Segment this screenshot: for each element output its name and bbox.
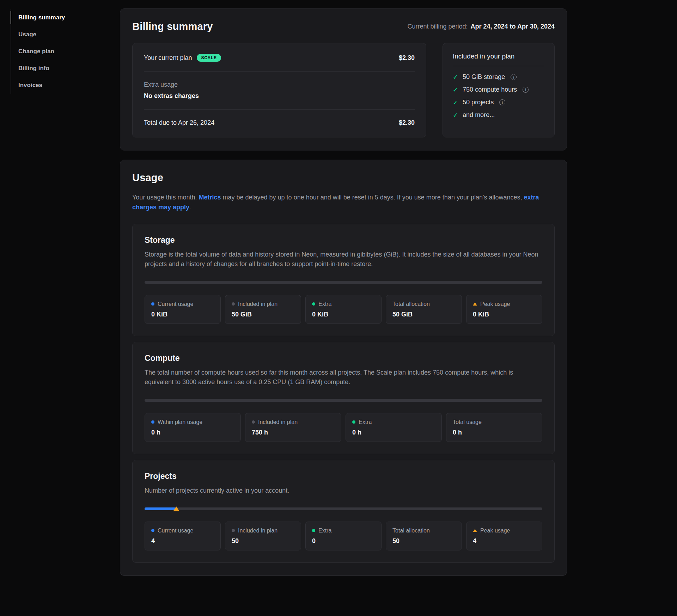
sidebar-item-billing-summary[interactable]: Billing summary xyxy=(11,9,120,26)
billing-summary-card: Billing summary Current billing period:A… xyxy=(120,8,567,150)
usage-intro-text: Your usage this month. xyxy=(132,194,199,201)
stat-tile-included-in-plan: Included in plan 50 xyxy=(225,522,301,550)
stat-tile-peak-usage: Peak usage 0 KiB xyxy=(466,295,542,324)
sidebar-item-change-plan[interactable]: Change plan xyxy=(11,43,120,60)
check-icon xyxy=(453,99,458,106)
stat-tile-included-in-plan: Included in plan 50 GiB xyxy=(225,295,301,324)
billing-nav-list: Billing summary Usage Change plan Billin… xyxy=(11,9,120,94)
peak-usage-triangle-icon xyxy=(473,529,477,532)
storage-section-title: Storage xyxy=(145,235,542,245)
stat-label-row: Total usage xyxy=(453,419,536,426)
extra-dot-icon xyxy=(352,420,355,424)
extra-usage-block: Extra usage No extras charges xyxy=(144,81,415,100)
included-in-plan-dot-icon xyxy=(252,420,255,424)
current-plan-label-wrap: Your current plan SCALE xyxy=(144,54,221,62)
stat-tile-extra: Extra 0 h xyxy=(346,413,442,442)
storage-section-description: Storage is the total volume of data and … xyxy=(145,250,542,269)
metrics-link[interactable]: Metrics xyxy=(199,194,221,201)
usage-section-projects: Projects Number of projects currently ac… xyxy=(132,460,555,563)
stat-tile-peak-usage: Peak usage 4 xyxy=(466,522,542,550)
stat-label: Total allocation xyxy=(392,301,430,308)
included-item-label: and more... xyxy=(463,111,495,119)
stat-label: Extra xyxy=(318,301,331,308)
billing-summary-title: Billing summary xyxy=(132,21,213,32)
stat-label: Included in plan xyxy=(238,301,277,308)
usage-sections: Storage Storage is the total volume of d… xyxy=(132,224,555,563)
billing-page: Billing summary Usage Change plan Billin… xyxy=(0,0,677,616)
stat-label: Total usage xyxy=(453,419,482,426)
current-plan-row: Your current plan SCALE $2.30 xyxy=(144,54,415,62)
stat-label-row: Within plan usage xyxy=(151,419,234,426)
current-plan-label: Your current plan xyxy=(144,54,192,62)
stat-label-row: Total allocation xyxy=(392,527,455,534)
included-plan-title: Included in your plan xyxy=(453,53,544,60)
storage-stats-grid: Current usage 0 KiB Included in plan 50 … xyxy=(145,295,542,324)
total-due-amount: $2.30 xyxy=(399,119,415,127)
stat-value: 0 h xyxy=(151,429,234,436)
stat-label-row: Included in plan xyxy=(232,527,294,534)
stat-label-row: Extra xyxy=(312,301,375,308)
projects-progress-fill xyxy=(145,507,176,510)
info-icon[interactable] xyxy=(499,99,505,105)
included-item-compute-hours: 750 compute hours xyxy=(453,86,544,93)
included-item-label: 50 projects xyxy=(463,99,494,106)
stat-tile-total-usage: Total usage 0 h xyxy=(446,413,542,442)
total-due-row: Total due to Apr 26, 2024 $2.30 xyxy=(144,119,415,127)
check-icon xyxy=(453,74,458,80)
divider xyxy=(144,109,415,110)
stat-label-row: Included in plan xyxy=(232,301,294,308)
sidebar-item-usage[interactable]: Usage xyxy=(11,26,120,43)
extra-dot-icon xyxy=(312,529,315,532)
stat-tile-total-allocation: Total allocation 50 xyxy=(386,522,462,550)
total-due-label: Total due to Apr 26, 2024 xyxy=(144,119,214,127)
billing-period-label: Current billing period: xyxy=(407,23,468,30)
usage-section-storage: Storage Storage is the total volume of d… xyxy=(132,224,555,336)
included-item-more: and more... xyxy=(453,111,544,119)
storage-progress-bar xyxy=(145,281,542,284)
stat-tile-current-usage: Current usage 4 xyxy=(145,522,221,550)
stat-value: 4 xyxy=(473,537,536,545)
compute-progress-bar xyxy=(145,399,542,402)
divider xyxy=(453,66,544,66)
stat-label-row: Peak usage xyxy=(473,527,536,534)
usage-intro: Your usage this month. Metrics may be de… xyxy=(132,193,548,212)
included-plan-panel: Included in your plan 50 GiB storage 750… xyxy=(443,43,555,137)
stat-value: 750 h xyxy=(252,429,335,436)
included-item-projects: 50 projects xyxy=(453,99,544,106)
billing-period: Current billing period:Apr 24, 2024 to A… xyxy=(407,23,555,30)
stat-value: 50 GiB xyxy=(392,311,455,318)
compute-section-description: The total number of compute hours used s… xyxy=(145,368,542,387)
stat-tile-included-in-plan: Included in plan 750 h xyxy=(245,413,341,442)
extra-usage-value: No extras charges xyxy=(144,92,415,100)
stat-tile-current-usage: Current usage 0 KiB xyxy=(145,295,221,324)
projects-section-title: Projects xyxy=(145,472,542,481)
compute-section-title: Compute xyxy=(145,353,542,363)
current-usage-dot-icon xyxy=(151,529,154,532)
peak-usage-marker-icon xyxy=(173,506,179,511)
stat-label: Current usage xyxy=(158,527,193,534)
usage-section-compute: Compute The total number of compute hour… xyxy=(132,342,555,454)
compute-stats-grid: Within plan usage 0 h Included in plan 7… xyxy=(145,413,542,442)
included-item-storage: 50 GiB storage xyxy=(453,73,544,81)
included-item-label: 750 compute hours xyxy=(463,86,517,93)
projects-section-description: Number of projects currently active in y… xyxy=(145,486,542,495)
sidebar-item-billing-info[interactable]: Billing info xyxy=(11,60,120,77)
sidebar-item-invoices[interactable]: Invoices xyxy=(11,77,120,94)
peak-usage-triangle-icon xyxy=(473,302,477,306)
billing-sidebar: Billing summary Usage Change plan Billin… xyxy=(0,0,120,616)
info-icon[interactable] xyxy=(523,87,529,93)
stat-label: Total allocation xyxy=(392,527,430,534)
included-in-plan-dot-icon xyxy=(232,302,235,306)
stat-tile-extra: Extra 0 xyxy=(305,522,382,550)
included-plan-list: 50 GiB storage 750 compute hours 50 proj… xyxy=(453,73,544,119)
stat-label: Extra xyxy=(318,527,331,534)
stat-value: 0 xyxy=(312,537,375,545)
projects-progress-bar xyxy=(145,507,542,510)
billing-period-value: Apr 24, 2024 to Apr 30, 2024 xyxy=(471,23,555,30)
stat-label-row: Included in plan xyxy=(252,419,335,426)
stat-label-row: Total allocation xyxy=(392,301,455,308)
check-icon xyxy=(453,87,458,93)
info-icon[interactable] xyxy=(511,74,517,80)
within-plan-usage-dot-icon xyxy=(151,420,154,424)
usage-intro-text: . xyxy=(189,204,191,211)
